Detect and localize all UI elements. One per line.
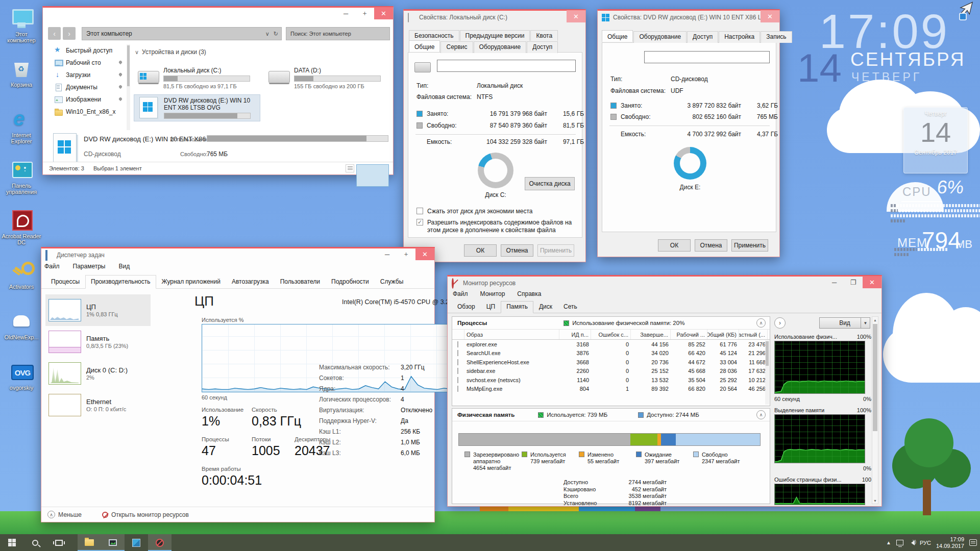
collapse-chevron-icon[interactable]: ∧ <box>756 410 766 419</box>
calendar-gadget[interactable]: Четверг 14 Сентябрь 2017 <box>903 107 968 173</box>
ok-button[interactable]: ОК <box>464 244 497 257</box>
drive-tile[interactable]: DVD RW дисковод (E:) WIN 10 ENT X86 LTSB… <box>134 94 260 121</box>
drive-tile[interactable]: Локальный диск (C:) 81,5 ГБ свободно из … <box>134 65 260 91</box>
desktop-icon[interactable]: ↗ Панель управления <box>1 158 42 198</box>
expand-button[interactable]: › <box>774 317 786 329</box>
apply-button[interactable]: Применить <box>731 239 768 252</box>
task-view-button[interactable] <box>47 534 70 551</box>
desktop-icon[interactable]: ↗ Acrobat Reader DC <box>1 208 42 249</box>
column-header[interactable]: Заверше... <box>631 330 671 339</box>
column-header[interactable]: Ошибок с... <box>591 330 631 339</box>
minimize-button[interactable]: ─ <box>378 248 397 260</box>
column-header[interactable]: Образ <box>464 330 559 339</box>
taskbar-app-taskmgr[interactable] <box>101 534 125 551</box>
dialog-tab[interactable]: Доступ <box>527 41 558 53</box>
minimize-button[interactable]: ─ <box>336 7 355 19</box>
row-checkbox[interactable] <box>457 350 458 356</box>
maximize-button[interactable]: ＋ <box>355 7 374 19</box>
refresh-icon[interactable]: ↻ <box>274 31 278 37</box>
forward-button[interactable]: › <box>63 27 76 40</box>
perf-sidebar-item[interactable]: Диск 0 (C: D:) 2% <box>45 358 151 389</box>
less-details-button[interactable]: ∧ Меньше <box>47 511 82 518</box>
menu-item[interactable]: Справка <box>517 290 541 297</box>
taskbar-clock[interactable]: 17:0914.09.2017 <box>936 536 964 549</box>
chevron-down-icon[interactable]: ∨ <box>135 49 139 55</box>
window-scrollbar[interactable]: ▲ ▼ <box>872 316 878 504</box>
dialog-tab[interactable]: Доступ <box>687 31 718 43</box>
view-dropdown[interactable]: Вид ▼ <box>819 317 870 329</box>
collapse-chevron-icon[interactable]: ∧ <box>756 318 766 328</box>
tab[interactable]: Производительность <box>85 275 156 289</box>
dialog-tab[interactable]: Квота <box>530 30 558 41</box>
taskbar-app-resmon[interactable] <box>148 534 172 551</box>
dialog-tab[interactable]: Оборудование <box>474 41 527 53</box>
desktop-icon[interactable]: ↗ Этот компьютер <box>1 6 42 47</box>
address-bar[interactable]: Этот компьютер ∨↻ <box>82 27 282 40</box>
volume-icon[interactable] <box>909 540 915 545</box>
dialog-titlebar[interactable]: Свойства: Локальный диск (C:) ✕ <box>404 11 585 24</box>
column-header[interactable]: Общий (КБ) <box>707 330 739 339</box>
sidebar-item[interactable]: Рабочий сто <box>43 57 130 69</box>
sidebar-item[interactable]: Изображени <box>43 93 130 106</box>
menu-item[interactable]: Файл <box>44 263 60 270</box>
checkbox-compress[interactable] <box>416 208 423 214</box>
cancel-button[interactable]: Отмена <box>695 239 727 252</box>
close-button[interactable]: ✕ <box>374 7 393 19</box>
row-checkbox[interactable] <box>457 386 458 392</box>
tab[interactable]: Пользователи <box>275 275 326 289</box>
action-center-icon[interactable] <box>969 539 977 546</box>
dialog-tab[interactable]: Оборудование <box>633 31 687 43</box>
start-button[interactable] <box>0 534 23 551</box>
process-row[interactable]: MsMpEng.exe 804 1 89 392 66 820 20 564 4… <box>452 385 770 394</box>
checkbox-indexing[interactable] <box>416 219 423 226</box>
process-row[interactable]: svchost.exe (netsvcs) 1140 0 13 532 35 5… <box>452 375 770 385</box>
tab[interactable]: Диск <box>533 301 558 313</box>
desktop-icon[interactable]: ↗ ovgorskiy <box>1 360 42 400</box>
close-button[interactable]: ✕ <box>761 10 779 22</box>
volume-label-input[interactable] <box>437 60 576 72</box>
process-row[interactable]: ShellExperienceHost.exe 3668 0 20 736 44… <box>452 358 770 367</box>
chevron-down-icon[interactable]: ∨ <box>265 31 270 37</box>
taskmgr-titlebar[interactable]: Диспетчер задач ─ ＋ ✕ <box>41 248 434 262</box>
dialog-tab[interactable]: Безопасность <box>409 30 459 41</box>
menu-item[interactable]: Параметры <box>73 263 106 270</box>
tab[interactable]: Сеть <box>558 301 583 313</box>
column-header[interactable]: ИД п... <box>559 330 591 339</box>
desktop-icon[interactable]: ↗ Activators <box>1 259 42 299</box>
tab[interactable]: Службы <box>375 275 409 289</box>
perf-sidebar-item[interactable]: Память 0,8/3,5 ГБ (23%) <box>45 326 151 358</box>
process-row[interactable]: sidebar.exe 2260 0 25 152 45 668 28 036 … <box>452 367 770 376</box>
row-checkbox[interactable] <box>457 341 458 347</box>
desktop-icon[interactable]: ↗ OldNewExp... <box>1 309 42 350</box>
tab[interactable]: Подробности <box>326 275 375 289</box>
tab[interactable]: ЦП <box>481 301 501 313</box>
volume-label-input[interactable] <box>644 51 770 63</box>
dialog-tab[interactable]: Предыдущие версии <box>460 30 530 41</box>
taskbar-app-explorer[interactable] <box>78 534 101 551</box>
sidebar-scrollbar[interactable] <box>127 44 130 130</box>
network-icon[interactable] <box>896 540 903 545</box>
details-view-icon[interactable] <box>346 164 354 172</box>
sidebar-item[interactable]: Win10_Ent_x86_x <box>43 106 130 118</box>
disk-cleanup-button[interactable]: Очистка диска <box>525 177 575 190</box>
dialog-tab[interactable]: Запись <box>761 31 792 43</box>
desktop-icon[interactable]: ↗ Корзина <box>1 57 42 97</box>
apply-button[interactable]: Применить <box>537 244 574 257</box>
menu-item[interactable]: Вид <box>118 263 130 270</box>
menu-item[interactable]: Файл <box>453 290 468 297</box>
back-button[interactable]: ‹ <box>48 27 61 40</box>
sidebar-item[interactable]: Документы <box>43 81 130 93</box>
hidden-icons-chevron[interactable]: ▲ <box>886 540 891 545</box>
scroll-up-icon[interactable]: ▲ <box>872 317 878 323</box>
scrollbar-thumb[interactable] <box>873 324 877 431</box>
perf-sidebar-item[interactable]: ЦП 1% 0,83 ГГц <box>45 294 151 326</box>
scroll-down-icon[interactable]: ▼ <box>872 497 878 504</box>
row-checkbox[interactable] <box>457 377 458 383</box>
process-row[interactable]: SearchUI.exe 3876 0 34 020 66 420 45 124… <box>452 349 770 358</box>
tab[interactable]: Память <box>501 301 533 313</box>
process-table-header[interactable]: ОбразИД п...Ошибок с...Заверше...Рабочий… <box>452 330 770 340</box>
column-header[interactable]: Частный (... <box>739 330 768 339</box>
tab[interactable]: Автозагрузка <box>226 275 275 289</box>
dialog-tab[interactable]: Сервис <box>440 41 473 53</box>
close-button[interactable]: ✕ <box>415 248 434 260</box>
